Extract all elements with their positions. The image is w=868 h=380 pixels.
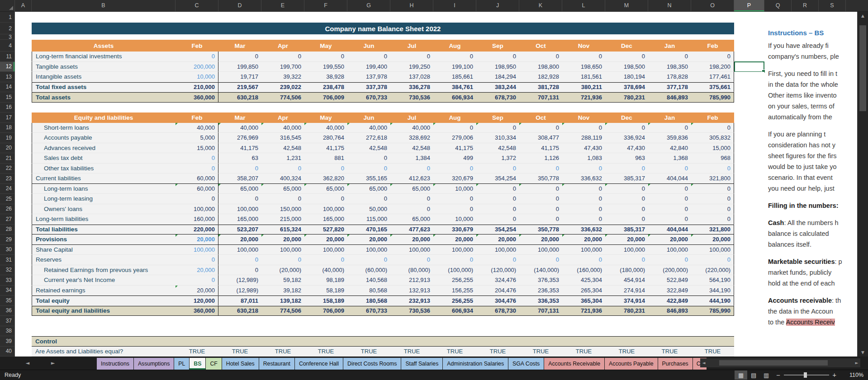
cell[interactable]: 0 <box>476 123 519 133</box>
cell[interactable]: 0 <box>605 123 648 133</box>
row-header-30[interactable]: 30 <box>0 245 15 255</box>
sheet-tab-restaurant[interactable]: Restaurant <box>259 358 294 370</box>
cell[interactable]: 321,800 <box>691 174 734 184</box>
cell[interactable]: 0 <box>562 52 605 62</box>
column-header-M[interactable]: M <box>605 0 648 11</box>
sheet-tab-conference-hall[interactable]: Conference Hall <box>295 358 343 370</box>
cell[interactable]: 385,317 <box>605 174 648 184</box>
blank-cells[interactable] <box>15 12 764 23</box>
row-header-32[interactable]: 32 <box>0 265 15 276</box>
cell[interactable]: 65,000 <box>390 214 433 225</box>
cell[interactable] <box>734 245 764 255</box>
cell[interactable]: 15,000 <box>175 143 218 154</box>
cell[interactable]: 20,000 <box>648 235 691 245</box>
cell[interactable]: 279,006 <box>433 133 476 143</box>
cell[interactable]: 0 <box>433 164 476 174</box>
row-label[interactable]: Provisions <box>32 235 175 245</box>
cell[interactable]: 0 <box>648 214 691 225</box>
cell[interactable]: 115,000 <box>347 214 390 225</box>
cell[interactable]: 359,836 <box>648 133 691 143</box>
cell[interactable]: 324,476 <box>476 275 519 286</box>
cell[interactable]: TRUE <box>562 347 605 357</box>
cell[interactable]: 265,304 <box>562 286 605 296</box>
cell[interactable]: 256,255 <box>433 275 476 286</box>
cell[interactable]: 0 <box>691 184 734 194</box>
tab-nav-right-icon[interactable]: ► <box>48 357 58 370</box>
cell[interactable]: 968 <box>691 153 734 164</box>
cell[interactable]: 100,000 <box>175 204 218 215</box>
cell[interactable]: 1,231 <box>261 153 304 164</box>
cell[interactable]: 0 <box>304 164 347 174</box>
sheet-tab-sga-costs[interactable]: SGA Costs <box>508 358 544 370</box>
cell[interactable]: 10,000 <box>433 184 476 194</box>
cell[interactable]: 308,477 <box>519 133 562 143</box>
cell[interactable] <box>15 23 32 34</box>
cell[interactable]: 336,353 <box>519 296 562 306</box>
cell[interactable]: TRUE <box>304 347 347 357</box>
row-label[interactable]: Long-term financial investments <box>32 52 175 62</box>
cell[interactable]: 236,353 <box>519 286 562 296</box>
cell[interactable] <box>734 336 764 347</box>
cell[interactable]: 47,430 <box>562 143 605 154</box>
cell[interactable]: 422,849 <box>648 296 691 306</box>
cell[interactable]: TRUE <box>175 347 218 357</box>
cell[interactable]: (20,000) <box>261 265 304 276</box>
cell[interactable]: 0 <box>347 255 390 265</box>
horizontal-scroll-track[interactable] <box>707 359 853 366</box>
cell[interactable]: 0 <box>519 52 562 62</box>
cell[interactable] <box>734 62 764 72</box>
cell[interactable] <box>734 255 764 265</box>
cell[interactable] <box>15 143 32 154</box>
row-label[interactable]: Current year's Net Income <box>32 275 175 286</box>
row-label[interactable]: Total liabilities <box>32 225 175 235</box>
cell[interactable]: 100,000 <box>433 245 476 255</box>
column-header-I[interactable]: I <box>433 0 476 11</box>
column-header-E[interactable]: E <box>261 0 304 11</box>
horizontal-scrollbar[interactable]: ◄ ► <box>700 358 860 367</box>
cell[interactable]: 881 <box>304 153 347 164</box>
scroll-left-icon[interactable]: ◄ <box>700 361 707 365</box>
cell[interactable]: 100,000 <box>175 245 218 255</box>
cell[interactable]: 100,000 <box>390 245 433 255</box>
column-header-A[interactable]: A <box>15 0 32 11</box>
row-header-24[interactable]: 24 <box>0 184 15 194</box>
cell[interactable]: 358,207 <box>218 174 261 184</box>
cell[interactable] <box>15 62 32 72</box>
cell[interactable] <box>734 82 764 93</box>
cell[interactable] <box>734 133 764 143</box>
cell[interactable]: 198,650 <box>562 62 605 72</box>
cell[interactable]: 20,000 <box>691 235 734 245</box>
cell[interactable]: 404,044 <box>648 225 691 235</box>
vertical-scrollbar[interactable]: ▲ ▼ <box>857 12 868 357</box>
cell[interactable]: 320,679 <box>433 174 476 184</box>
cell[interactable] <box>15 336 32 347</box>
row-header-13[interactable]: 13 <box>0 72 15 82</box>
cell[interactable]: 0 <box>476 255 519 265</box>
cell[interactable] <box>734 164 764 174</box>
cell[interactable]: 383,244 <box>476 82 519 93</box>
cell[interactable]: 670,733 <box>347 92 390 103</box>
cell[interactable]: 0 <box>648 123 691 133</box>
cell[interactable] <box>15 133 32 143</box>
cell[interactable]: 0 <box>519 184 562 194</box>
cell[interactable]: 0 <box>261 255 304 265</box>
cell[interactable]: 20,000 <box>175 286 218 296</box>
cell[interactable]: 0 <box>519 204 562 215</box>
cell[interactable]: (120,000) <box>476 265 519 276</box>
cell[interactable]: 41,175 <box>519 143 562 154</box>
column-header-S[interactable]: S <box>819 0 846 11</box>
cell[interactable] <box>734 265 764 276</box>
selected-cell[interactable] <box>734 61 764 73</box>
cell[interactable]: 19,717 <box>218 72 261 82</box>
cell[interactable]: 0 <box>390 204 433 215</box>
cell[interactable]: 774,506 <box>261 306 304 316</box>
cell[interactable]: (140,000) <box>519 265 562 276</box>
cell[interactable]: 65,000 <box>390 184 433 194</box>
cell[interactable]: 60,000 <box>175 174 218 184</box>
cell[interactable] <box>15 92 32 103</box>
row-header-12[interactable]: 12 <box>0 62 15 72</box>
cell[interactable] <box>15 225 32 235</box>
cell[interactable] <box>15 245 32 255</box>
cell[interactable]: 65,000 <box>347 184 390 194</box>
cell[interactable]: 274,914 <box>605 286 648 296</box>
